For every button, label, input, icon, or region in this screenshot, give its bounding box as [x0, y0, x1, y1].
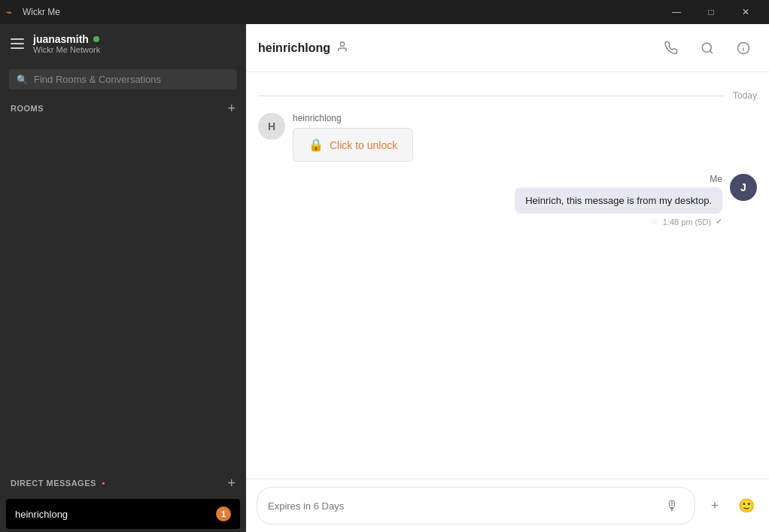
- sender-avatar: H: [258, 113, 285, 140]
- window-controls: — □ ✕: [659, 0, 763, 24]
- outgoing-message-wrap: Me Heinrich, this message is from my des…: [258, 174, 757, 226]
- outgoing-label: Me: [710, 174, 722, 184]
- close-button[interactable]: ✕: [728, 0, 763, 24]
- outgoing-bubble: Heinrich, this message is from my deskto…: [515, 187, 722, 214]
- message-time: 1:48 pm (5D): [663, 217, 711, 226]
- network-label: Wickr Me Network: [33, 45, 100, 54]
- date-divider: Today: [258, 90, 757, 101]
- sidebar-header: juanasmith Wickr Me Network: [0, 24, 246, 63]
- dm-notification-dot: •: [102, 479, 105, 488]
- click-to-unlock-label: Click to unlock: [330, 139, 397, 151]
- minimize-button[interactable]: —: [659, 0, 694, 24]
- dm-label-text: DIRECT MESSAGES: [11, 479, 96, 488]
- chat-input[interactable]: [268, 500, 660, 512]
- app-title: Wickr Me: [23, 7, 60, 17]
- rooms-label: ROOMS: [11, 104, 44, 113]
- star-icon[interactable]: ☆: [651, 217, 658, 226]
- dm-label: DIRECT MESSAGES •: [11, 479, 105, 488]
- user-name: juanasmith: [33, 33, 100, 45]
- chat-messages: Today H heinrichlong 🔒 Click to unlock M…: [246, 72, 769, 479]
- search-input-wrap: 🔍: [9, 69, 237, 90]
- online-status-dot: [93, 36, 99, 42]
- dm-section: DIRECT MESSAGES • + heinrichlong 1: [0, 470, 246, 532]
- rooms-section: ROOMS +: [0, 96, 246, 470]
- chat-area: heinrichlong: [246, 24, 769, 532]
- hamburger-line-2: [11, 43, 24, 44]
- incoming-message-group: H heinrichlong 🔒 Click to unlock: [258, 113, 757, 162]
- dm-badge: 1: [216, 506, 231, 521]
- svg-point-0: [340, 42, 344, 46]
- chat-header-right: [658, 35, 757, 62]
- hamburger-line-1: [11, 38, 24, 40]
- locked-message-button[interactable]: 🔒 Click to unlock: [293, 128, 413, 162]
- date-divider-line: [258, 96, 724, 96]
- message-content: heinrichlong 🔒 Click to unlock: [293, 113, 413, 162]
- svg-point-1: [702, 43, 711, 52]
- info-button[interactable]: [730, 35, 757, 62]
- chat-input-area: 🎙 + 🙂: [246, 479, 769, 532]
- maximize-button[interactable]: □: [694, 0, 728, 24]
- add-dm-button[interactable]: +: [227, 476, 236, 490]
- add-room-button[interactable]: +: [227, 102, 236, 115]
- lock-icon: 🔒: [309, 138, 324, 152]
- emoji-button[interactable]: 🙂: [734, 494, 758, 518]
- chat-input-wrap: 🎙: [257, 487, 695, 524]
- user-status-icon: [336, 41, 348, 56]
- sidebar: juanasmith Wickr Me Network 🔍 ROOMS +: [0, 24, 246, 532]
- main-layout: juanasmith Wickr Me Network 🔍 ROOMS +: [0, 24, 769, 532]
- outgoing-avatar: J: [730, 174, 757, 201]
- add-attachment-button[interactable]: +: [703, 494, 727, 518]
- date-divider-text: Today: [733, 90, 757, 101]
- app-icon: ⌁: [6, 6, 18, 18]
- check-icon: ✓: [716, 217, 722, 226]
- chat-header-left: heinrichlong: [258, 41, 348, 56]
- chat-header: heinrichlong: [246, 24, 769, 72]
- titlebar-left: ⌁ Wickr Me: [6, 6, 60, 18]
- phone-button[interactable]: [658, 35, 685, 62]
- mic-button[interactable]: 🎙: [660, 494, 684, 518]
- search-icon: 🔍: [17, 74, 28, 85]
- hamburger-button[interactable]: [11, 38, 24, 49]
- search-user-button[interactable]: [694, 35, 721, 62]
- dm-section-header: DIRECT MESSAGES • +: [0, 470, 246, 496]
- chat-username: heinrichlong: [258, 41, 330, 55]
- search-bar: 🔍: [0, 63, 246, 96]
- dm-item-heinrichlong[interactable]: heinrichlong 1: [6, 499, 240, 529]
- message-sender: heinrichlong: [293, 113, 413, 123]
- titlebar: ⌁ Wickr Me — □ ✕: [0, 0, 769, 24]
- dm-item-name: heinrichlong: [15, 509, 68, 520]
- user-info: juanasmith Wickr Me Network: [33, 33, 100, 54]
- outgoing-content: Me Heinrich, this message is from my des…: [515, 174, 722, 226]
- search-input[interactable]: [34, 74, 229, 85]
- rooms-section-header: ROOMS +: [0, 96, 246, 121]
- hamburger-line-3: [11, 47, 24, 49]
- username-label: juanasmith: [33, 33, 89, 45]
- message-meta: ☆ 1:48 pm (5D) ✓: [651, 217, 722, 226]
